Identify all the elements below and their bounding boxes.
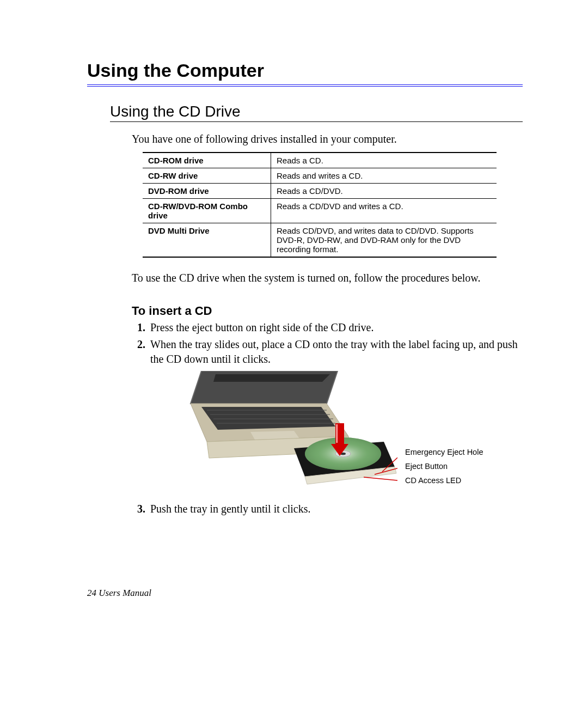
step-item: Push the tray in gently until it clicks. [148, 502, 523, 516]
drive-name: CD-RW/DVD-ROM Combo drive [143, 199, 271, 223]
drive-desc: Reads a CD/DVD and writes a CD. [271, 199, 497, 223]
section-title: Using the CD Drive [110, 103, 523, 120]
figure-callouts: Emergency Eject Hole Eject Button CD Acc… [405, 445, 483, 487]
page-footer: 24 Users Manual [87, 588, 151, 599]
laptop-cd-illustration [169, 371, 397, 496]
table-row: CD-ROM drive Reads a CD. [143, 153, 497, 168]
figure: Emergency Eject Hole Eject Button CD Acc… [169, 371, 523, 496]
chapter-rule [87, 84, 523, 87]
svg-rect-18 [336, 424, 338, 443]
section-rule [110, 121, 523, 122]
chapter-title: Using the Computer [87, 60, 523, 81]
step-item: When the tray slides out, place a CD ont… [148, 337, 523, 367]
step-item: Press the eject button on right side of … [148, 320, 523, 335]
drive-desc: Reads a CD/DVD. [271, 184, 497, 199]
drive-name: CD-ROM drive [143, 153, 271, 168]
drive-table: CD-ROM drive Reads a CD. CD-RW drive Rea… [143, 152, 497, 258]
drive-name: CD-RW drive [143, 168, 271, 184]
drive-name: DVD-ROM drive [143, 184, 271, 199]
callout-emergency-eject: Emergency Eject Hole [405, 445, 483, 459]
table-row: DVD Multi Drive Reads CD/DVD, and writes… [143, 223, 497, 258]
svg-line-21 [364, 477, 397, 481]
drive-desc: Reads CD/DVD, and writes data to CD/DVD.… [271, 223, 497, 258]
usage-text: To use the CD drive when the system is t… [132, 271, 523, 285]
drive-name: DVD Multi Drive [143, 223, 271, 258]
drive-desc: Reads a CD. [271, 153, 497, 168]
svg-marker-1 [213, 374, 330, 382]
intro-text: You have one of following drives install… [132, 132, 523, 147]
steps-list-cont: Push the tray in gently until it clicks. [132, 502, 523, 516]
drive-desc: Reads and writes a CD. [271, 168, 497, 184]
table-row: DVD-ROM drive Reads a CD/DVD. [143, 184, 497, 199]
table-row: CD-RW drive Reads and writes a CD. [143, 168, 497, 184]
insert-heading: To insert a CD [132, 304, 523, 318]
callout-eject-button: Eject Button [405, 459, 483, 473]
callout-cd-access-led: CD Access LED [405, 473, 483, 487]
table-row: CD-RW/DVD-ROM Combo drive Reads a CD/DVD… [143, 199, 497, 223]
steps-list: Press the eject button on right side of … [132, 320, 523, 367]
